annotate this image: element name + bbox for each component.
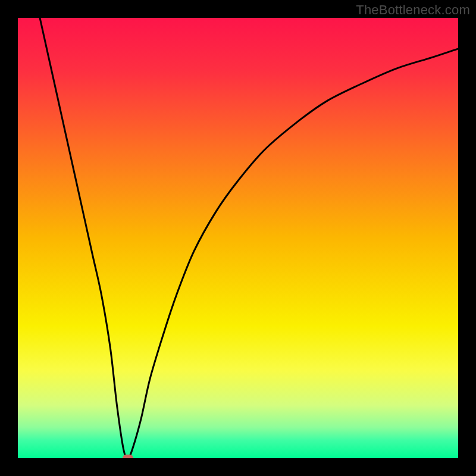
optimum-marker xyxy=(123,455,133,458)
bottleneck-curve xyxy=(40,18,458,458)
plot-area xyxy=(18,18,458,458)
watermark-text: TheBottleneck.com xyxy=(356,2,470,18)
chart-frame: TheBottleneck.com xyxy=(0,0,476,476)
curve-layer xyxy=(18,18,458,458)
